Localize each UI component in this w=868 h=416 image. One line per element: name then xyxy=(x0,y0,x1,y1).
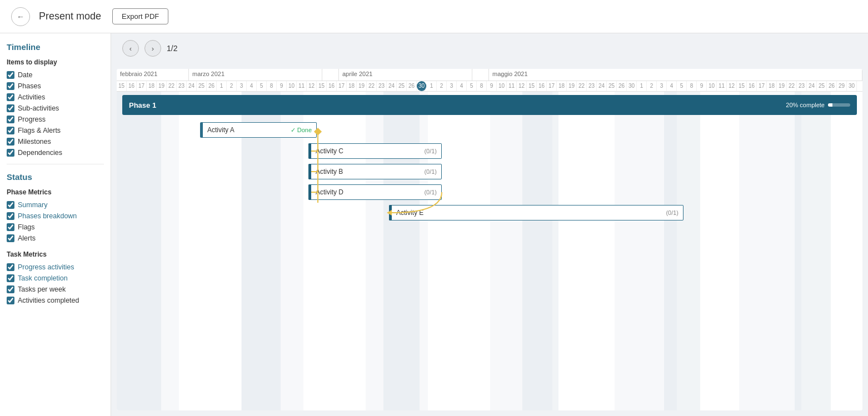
activity-bar-a: Activity A ✓ Done xyxy=(200,122,317,138)
sidebar-item-phases[interactable]: Phases xyxy=(7,81,104,92)
next-page-button[interactable]: › xyxy=(144,40,161,57)
shade-col-6 xyxy=(795,92,831,410)
sidebar-item-progress-activities[interactable]: Progress activities xyxy=(7,262,104,273)
task-completion-label: Task completion xyxy=(18,274,68,282)
sidebar-item-tasks-per-week[interactable]: Tasks per week xyxy=(7,284,104,295)
day-cell: 18 xyxy=(347,81,357,91)
activity-bar-c: Activity C (0/1) xyxy=(308,143,442,159)
page-title: Present mode xyxy=(39,11,101,22)
milestones-checkbox[interactable] xyxy=(7,138,14,146)
day-cell: 8 xyxy=(477,81,487,91)
day-cell: 17 xyxy=(547,81,557,91)
date-checkbox[interactable] xyxy=(7,71,14,79)
activities-checkbox[interactable] xyxy=(7,93,14,101)
sub-activities-label: Sub-activities xyxy=(18,104,59,112)
sidebar-item-activities-completed[interactable]: Activities completed xyxy=(7,295,104,306)
day-cell: 22 xyxy=(167,81,177,91)
activities-completed-checkbox[interactable] xyxy=(7,297,14,304)
day-cell: 18 xyxy=(767,81,777,91)
shade-col-5 xyxy=(664,92,700,410)
sidebar-item-milestones[interactable]: Milestones xyxy=(7,136,104,147)
day-cell: 9 xyxy=(277,81,287,91)
day-cell: 8 xyxy=(687,81,697,91)
day-cell: 1 xyxy=(637,81,647,91)
month-row: febbraio 2021 marzo 2021 aprile 2021 mag… xyxy=(117,69,862,81)
phase-metrics-label: Phase Metrics xyxy=(7,188,104,196)
sidebar-item-summary[interactable]: Summary xyxy=(7,199,104,210)
day-cell: 4 xyxy=(247,81,257,91)
activity-a-done: ✓ Done xyxy=(291,127,312,134)
phase-label: Phase 1 xyxy=(129,101,156,109)
day-cell: 17 xyxy=(137,81,147,91)
dependencies-checkbox[interactable] xyxy=(7,149,14,157)
day-cell: 16 xyxy=(127,81,137,91)
day-cell: 15 xyxy=(737,81,747,91)
day-cell: 2 xyxy=(227,81,237,91)
export-pdf-button[interactable]: Export PDF xyxy=(112,8,168,24)
date-ruler: febbraio 2021 marzo 2021 aprile 2021 mag… xyxy=(117,69,862,92)
phase-complete-bar xyxy=(828,103,850,107)
shade-col-3 xyxy=(383,92,420,410)
prev-page-button[interactable]: ‹ xyxy=(122,40,139,57)
day-cell: 24 xyxy=(187,81,197,91)
flags-checkbox[interactable] xyxy=(7,223,14,231)
day-cell: 23 xyxy=(377,81,387,91)
progress-checkbox[interactable] xyxy=(7,116,14,123)
flags-alerts-checkbox[interactable] xyxy=(7,127,14,134)
day-cell: 10 xyxy=(497,81,507,91)
arrows-svg xyxy=(117,92,862,410)
activity-c-count: (0/1) xyxy=(424,148,437,154)
activity-c-label: Activity C xyxy=(316,147,343,155)
task-completion-checkbox[interactable] xyxy=(7,274,14,282)
day-cell: 23 xyxy=(587,81,597,91)
day-cell: 15 xyxy=(117,81,127,91)
day-cell: 11 xyxy=(507,81,517,91)
day-cell: 26 xyxy=(207,81,217,91)
sidebar-item-phases-breakdown[interactable]: Phases breakdown xyxy=(7,210,104,222)
sidebar-item-task-completion[interactable]: Task completion xyxy=(7,273,104,284)
day-cell: 24 xyxy=(387,81,397,91)
day-cell: 5 xyxy=(257,81,267,91)
day-cell: 24 xyxy=(597,81,607,91)
sidebar-item-alerts[interactable]: Alerts xyxy=(7,233,104,244)
day-cell: 22 xyxy=(367,81,377,91)
phase-complete-info: 20% complete xyxy=(786,102,850,108)
activity-b-border xyxy=(308,164,311,179)
day-row: 1516171819222324252612345891011121516171… xyxy=(117,81,862,91)
summary-checkbox[interactable] xyxy=(7,201,14,209)
sidebar-divider xyxy=(7,164,104,164)
phases-breakdown-label: Phases breakdown xyxy=(18,212,77,220)
sidebar-item-dependencies[interactable]: Dependencies xyxy=(7,147,104,158)
phases-breakdown-checkbox[interactable] xyxy=(7,212,14,220)
phases-checkbox[interactable] xyxy=(7,82,14,90)
sidebar-item-activities[interactable]: Activities xyxy=(7,92,104,103)
month-maggio: maggio 2021 xyxy=(489,69,862,81)
activity-e-label: Activity E xyxy=(396,209,423,217)
day-cell: 9 xyxy=(487,81,497,91)
activity-e-count: (0/1) xyxy=(666,209,679,216)
day-cell: 12 xyxy=(307,81,317,91)
day-cell: 25 xyxy=(397,81,407,91)
alerts-checkbox[interactable] xyxy=(7,234,14,242)
sidebar-item-flags[interactable]: Flags xyxy=(7,222,104,233)
sidebar-item-date[interactable]: Date xyxy=(7,69,104,81)
shade-col-1 xyxy=(117,92,161,410)
progress-activities-checkbox[interactable] xyxy=(7,263,14,271)
day-cell: 25 xyxy=(197,81,207,91)
sidebar-item-progress[interactable]: Progress xyxy=(7,114,104,125)
milestones-label: Milestones xyxy=(18,138,51,146)
activity-d-label: Activity D xyxy=(316,188,343,196)
timeline-wrapper: febbraio 2021 marzo 2021 aprile 2021 mag… xyxy=(111,63,868,416)
sub-activities-checkbox[interactable] xyxy=(7,104,14,112)
day-cell: 16 xyxy=(537,81,547,91)
back-button[interactable]: ← xyxy=(11,7,30,26)
gantt-body: Phase 1 20% complete Activity A ✓ xyxy=(117,92,862,410)
day-cell: 18 xyxy=(147,81,157,91)
day-cell: 2 xyxy=(647,81,657,91)
sidebar-item-sub-activities[interactable]: Sub-activities xyxy=(7,103,104,114)
sidebar-item-flags-alerts[interactable]: Flags & Alerts xyxy=(7,125,104,136)
sidebar: Timeline Items to display Date Phases Ac… xyxy=(0,33,111,416)
tasks-per-week-checkbox[interactable] xyxy=(7,285,14,293)
next-icon: › xyxy=(152,44,154,53)
top-bar: ← Present mode Export PDF xyxy=(0,0,868,33)
